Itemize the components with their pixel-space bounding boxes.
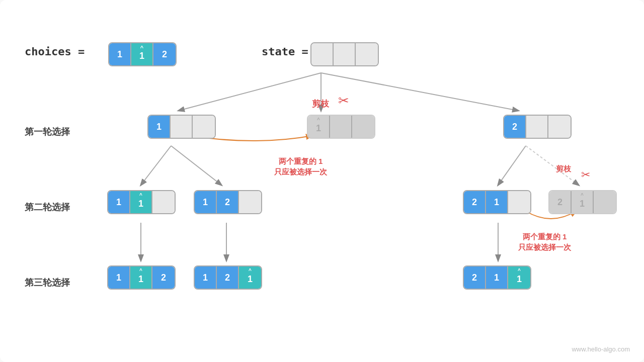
dup2-annotation: 两个重复的 1 只应被选择一次: [518, 231, 571, 252]
l3-lr-cell2: 2: [217, 266, 239, 289]
root-cell-1: [311, 43, 334, 65]
l3-ll-cell1: 1: [108, 266, 130, 289]
root-cell-2: [334, 43, 356, 65]
l1-left-box: 1: [147, 115, 216, 139]
dup1-annotation: 两个重复的 1 只应被选择一次: [274, 156, 327, 177]
l2-rr-cell1: 2: [549, 191, 572, 213]
l3-lr-cell3: ^ 1: [239, 266, 261, 289]
l2-ll-box: 1 ^ 1: [107, 190, 176, 214]
l3-r-box: 2 1 ^ 1: [463, 265, 531, 290]
l1-left-cell2: [171, 116, 193, 138]
l2-rr-box: 2 ^ 1: [548, 190, 617, 214]
l1-mid-box: ^ 1: [307, 115, 375, 139]
watermark: www.hello-algo.com: [572, 345, 630, 353]
l2-lr-cell2: 2: [217, 191, 239, 213]
l2-r-cell3: [508, 191, 530, 213]
l1-left-cell3: [193, 116, 215, 138]
choices-label: choices =: [25, 45, 85, 58]
l3-ll-box: 1 ^ 1 2: [107, 265, 176, 290]
l1-mid-cell2: [330, 116, 352, 138]
root-state-box: [310, 42, 379, 66]
l2-lr-cell3: [239, 191, 261, 213]
l3-ll-cell3: 2: [152, 266, 175, 289]
scissors-icon-2: ✂: [581, 168, 590, 182]
row2-label: 第二轮选择: [25, 201, 70, 213]
prune2-label: 剪枝: [556, 163, 571, 174]
scissors-icon-1: ✂: [338, 93, 349, 109]
l1-right-box: 2: [503, 115, 572, 139]
l1-left-cell1: 1: [148, 116, 171, 138]
svg-line-2: [321, 73, 518, 111]
svg-line-0: [179, 73, 321, 111]
row1-label: 第一轮选择: [25, 126, 70, 138]
l2-rr-cell2: ^ 1: [572, 191, 594, 213]
l2-ll-cell2: ^ 1: [130, 191, 152, 213]
l3-r-cell3: ^ 1: [508, 266, 530, 289]
choices-cell-2: 2: [153, 43, 176, 65]
l2-rr-cell3: [594, 191, 616, 213]
l2-ll-cell3: [152, 191, 175, 213]
svg-line-4: [171, 146, 221, 185]
l1-mid-cell1: ^ 1: [308, 116, 330, 138]
l3-lr-cell1: 1: [195, 266, 217, 289]
choices-cell-1: 1: [109, 43, 131, 65]
l1-right-cell3: [548, 116, 571, 138]
l2-r-cell2: 1: [486, 191, 508, 213]
l2-lr-cell1: 1: [195, 191, 217, 213]
l2-r-cell1: 2: [464, 191, 486, 213]
svg-line-3: [141, 146, 171, 185]
l1-right-cell1: 2: [504, 116, 526, 138]
choices-cell-1hat: ^ 1: [131, 43, 153, 65]
root-cell-3: [356, 43, 378, 65]
prune1-label: 剪枝: [312, 98, 329, 110]
row3-label: 第三轮选择: [25, 277, 70, 289]
canvas: choices = 1 ^ 1 2 state = 第一轮选择 1 ^ 1 2: [0, 0, 644, 362]
l1-right-cell2: [526, 116, 548, 138]
svg-line-5: [498, 146, 526, 185]
state-label: state =: [262, 45, 308, 58]
l3-r-cell2: 1: [486, 266, 508, 289]
l2-lr-box: 1 2: [194, 190, 262, 214]
l1-mid-cell3: [352, 116, 374, 138]
l3-r-cell1: 2: [464, 266, 486, 289]
l2-r-box: 2 1: [463, 190, 531, 214]
l3-ll-cell2: ^ 1: [130, 266, 152, 289]
l2-ll-cell1: 1: [108, 191, 130, 213]
choices-box: 1 ^ 1 2: [108, 42, 177, 66]
l3-lr-box: 1 2 ^ 1: [194, 265, 262, 290]
